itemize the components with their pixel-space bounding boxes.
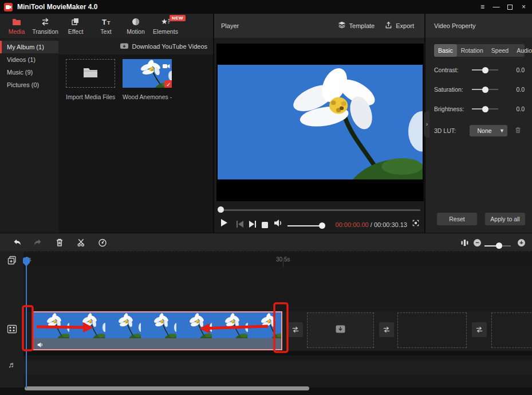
saturation-slider-handle[interactable]	[482, 87, 488, 93]
fit-timeline-icon[interactable]	[460, 238, 470, 248]
undo-button[interactable]	[12, 237, 22, 248]
lut-trash-icon[interactable]	[514, 126, 522, 135]
export-button[interactable]: Export	[381, 21, 417, 31]
media-item-tile[interactable]: ✓ Wood Anemones - 1...	[123, 59, 172, 100]
fullscreen-icon[interactable]	[412, 219, 420, 229]
library-sidebar: My Album (1) Videos (1) Music (9) Pictur…	[0, 38, 58, 233]
volume-icon[interactable]	[274, 218, 283, 230]
media-item-thumbnail[interactable]: ✓	[123, 59, 172, 88]
seek-handle[interactable]	[218, 206, 224, 213]
saturation-slider[interactable]	[472, 89, 498, 90]
playhead-line[interactable]	[26, 258, 27, 388]
clip-placeholder-3[interactable]	[491, 312, 532, 348]
clip-frame	[34, 312, 69, 338]
clip-frame	[69, 312, 105, 338]
import-media-tile[interactable]: Import Media Files	[66, 59, 115, 100]
tab-audio[interactable]: Audio	[513, 44, 532, 57]
panel-collapse-handle[interactable]: ›	[424, 111, 429, 138]
library-media-grid: Import Media Files ✓ Wood Anemones - 1..…	[58, 54, 213, 233]
clip-audio-strip	[34, 338, 281, 349]
saturation-label: Saturation:	[434, 86, 468, 93]
player-panel: Player Template Export	[214, 14, 424, 233]
minimize-icon[interactable]: —	[491, 0, 501, 14]
stop-button[interactable]	[262, 220, 268, 230]
add-to-timeline-icon[interactable]	[7, 255, 17, 268]
current-time: 00:00:00.00	[336, 221, 369, 228]
timeline: ♬ 0s 30.5s	[0, 251, 532, 395]
svg-text:T: T	[102, 18, 107, 26]
tab-speed[interactable]: Speed	[487, 44, 513, 57]
next-frame-button[interactable]	[249, 220, 257, 230]
title-bar: MiniTool MovieMaker 4.0 ≡ — ×	[0, 0, 532, 14]
playhead-tip	[23, 263, 30, 267]
sidebar-item-pictures[interactable]: Pictures (0)	[0, 79, 58, 91]
lut-dropdown[interactable]: None ▼	[470, 125, 507, 136]
player-title: Player	[221, 22, 331, 29]
new-badge: NEW	[170, 15, 186, 21]
ribbon-tabs: Media Transition Effect TT Text Motion	[0, 14, 213, 38]
timeline-zoom-handle[interactable]	[496, 243, 502, 249]
timeline-ruler[interactable]: 0s 30.5s	[23, 251, 532, 267]
volume-handle[interactable]	[319, 222, 325, 229]
volume-slider[interactable]	[287, 225, 322, 226]
tab-basic[interactable]: Basic	[434, 44, 457, 57]
clip-frame	[212, 312, 247, 338]
transition-slot-3[interactable]	[472, 322, 487, 337]
maximize-icon[interactable]	[507, 5, 513, 10]
video-property-panel: Video Property Basic Rotation Speed Audi…	[425, 14, 532, 233]
menu-icon[interactable]: ≡	[478, 0, 487, 14]
lut-row: 3D LUT: None ▼	[434, 125, 525, 136]
contrast-slider[interactable]	[472, 69, 498, 71]
video-preview[interactable]	[216, 44, 424, 201]
transition-slot-1[interactable]	[288, 322, 303, 337]
library-header: Download YouTube Videos	[58, 38, 213, 54]
lut-value: None	[470, 127, 499, 134]
transport-controls: 00:00:00.00 / 00:00:30.13	[214, 216, 424, 232]
sidebar-item-music[interactable]: Music (9)	[0, 66, 58, 79]
app-logo-icon	[4, 3, 13, 11]
clip-thumbnails	[34, 312, 281, 338]
redo-button[interactable]	[33, 237, 43, 248]
reset-button[interactable]: Reset	[437, 213, 477, 225]
clip-placeholder-1[interactable]	[307, 312, 374, 348]
tab-rotation[interactable]: Rotation	[457, 44, 487, 57]
play-button[interactable]	[220, 218, 228, 229]
close-icon[interactable]: ×	[519, 0, 529, 14]
sidebar-item-videos[interactable]: Videos (1)	[0, 53, 58, 66]
speed-button[interactable]	[97, 237, 108, 248]
timeline-horizontal-scrollbar[interactable]	[25, 386, 309, 390]
brightness-slider[interactable]	[472, 108, 498, 109]
video-track	[23, 311, 532, 351]
template-layers-icon	[337, 21, 346, 31]
clip-speaker-icon[interactable]	[37, 340, 44, 350]
video-frame	[218, 65, 423, 179]
contrast-slider-handle[interactable]	[482, 67, 488, 73]
timeline-toolbar: − +	[0, 233, 532, 251]
download-youtube-button[interactable]: Download YouTube Videos	[132, 43, 208, 50]
brightness-value: 0.0	[502, 105, 525, 112]
clip-frame	[176, 312, 212, 338]
seek-bar[interactable]	[219, 209, 420, 211]
template-button-label: Template	[349, 22, 375, 29]
split-scissors-button[interactable]	[76, 237, 86, 248]
apply-to-all-button[interactable]: Apply to all	[485, 213, 525, 225]
export-button-label: Export	[396, 22, 414, 29]
timeline-clip[interactable]	[33, 311, 282, 350]
delete-button[interactable]	[54, 237, 65, 248]
sidebar-item-my-album[interactable]: My Album (1)	[0, 41, 58, 53]
music-track-icon: ♬	[8, 360, 16, 369]
template-button[interactable]: Template	[334, 21, 379, 31]
transition-slot-2[interactable]	[379, 322, 394, 337]
previous-frame-button[interactable]	[236, 220, 244, 230]
import-dropzone[interactable]	[66, 59, 115, 88]
total-time: 00:00:30.13	[374, 221, 407, 228]
youtube-download-icon	[120, 42, 129, 51]
app-title: MiniTool MovieMaker 4.0	[17, 3, 97, 11]
brightness-slider-handle[interactable]	[482, 106, 488, 112]
saturation-value: 0.0	[502, 86, 525, 93]
clip-placeholder-2[interactable]	[397, 312, 467, 348]
tab-elements-label: Elements	[148, 28, 183, 35]
zoom-out-button[interactable]: −	[474, 239, 481, 247]
property-tabs: Basic Rotation Speed Audio	[434, 44, 525, 57]
zoom-in-button[interactable]: +	[518, 239, 525, 247]
